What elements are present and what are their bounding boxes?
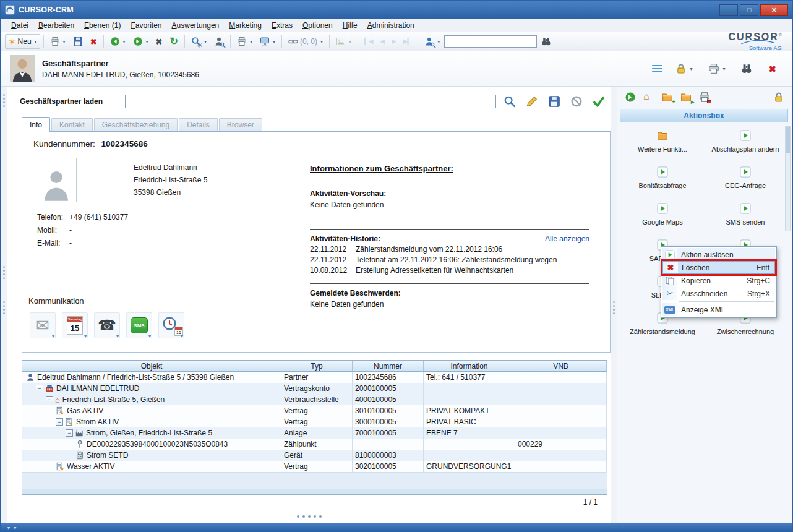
tab-details[interactable]: Details xyxy=(179,118,218,131)
search-load-button[interactable] xyxy=(501,93,518,109)
lock-button[interactable] xyxy=(672,61,695,76)
table-row[interactable]: Wasser AKTIV Vertrag 3020100005 GRUNDVER… xyxy=(22,461,607,472)
menu-item-aktion-ausloesen[interactable]: Aktion auslösen xyxy=(662,248,775,261)
task-button[interactable]: 15 xyxy=(158,312,184,338)
advanced-search-button[interactable] xyxy=(188,34,210,49)
menu-item-anzeige-xml[interactable]: XML Anzeige XML xyxy=(662,303,775,316)
scrollbar-thumb[interactable] xyxy=(786,127,790,153)
cancel-button[interactable] xyxy=(568,93,585,109)
table-row[interactable]: DE000229353984000100023N5035O0843 Zählpu… xyxy=(22,439,607,450)
table-row[interactable]: Strom, Gießen, Friedrich-List-Straße 5 A… xyxy=(22,427,607,439)
sync-button[interactable] xyxy=(625,92,636,103)
image-button[interactable] xyxy=(333,34,354,49)
phone-call-button[interactable]: ☎ xyxy=(94,312,120,338)
person-search-button[interactable] xyxy=(421,34,443,49)
forward-button[interactable] xyxy=(130,34,152,49)
table-row[interactable]: Strom AKTIV Vertrag 3000100005 PRIVAT BA… xyxy=(22,416,607,427)
table-row[interactable]: DAHLMANN EDELTRUD Vertragskonto 20001000… xyxy=(22,383,607,394)
confirm-button[interactable] xyxy=(590,93,607,109)
search-record-button[interactable] xyxy=(738,61,755,76)
print-record-button[interactable] xyxy=(705,61,728,76)
relations-button[interactable]: (0, 0) xyxy=(285,34,326,49)
menu-ebenen[interactable]: Ebenen (1) xyxy=(79,19,126,32)
column-header-information[interactable]: Information xyxy=(424,361,515,371)
first-record-button[interactable]: ▎◀ xyxy=(361,34,375,49)
edit-button[interactable] xyxy=(523,93,541,109)
menu-administration[interactable]: Administration xyxy=(362,19,419,32)
add-folder-button[interactable] xyxy=(662,92,673,103)
splitter-handle[interactable] xyxy=(613,301,615,303)
collapse-chevrons-icon[interactable] xyxy=(7,523,17,531)
monitor-button[interactable] xyxy=(257,34,278,49)
table-row[interactable]: ⌂Friedrich-List-Straße 5, Gießen Verbrau… xyxy=(22,394,607,405)
tab-browser[interactable]: Browser xyxy=(219,118,262,131)
close-record-button[interactable]: ✖ xyxy=(765,61,779,76)
panel-scrollbar[interactable] xyxy=(785,126,791,231)
next-record-button[interactable]: ▶ xyxy=(388,34,399,49)
action-bonitaetsabfrage[interactable]: Bonitätsabfrage xyxy=(621,163,704,198)
delete-button[interactable]: ✖ xyxy=(87,34,100,49)
sms-button[interactable]: SMS xyxy=(126,312,152,338)
action-google-maps[interactable]: Google Maps xyxy=(621,199,704,234)
action-ceg-anfrage[interactable]: CEG-Anfrage xyxy=(704,163,787,198)
save-record-button[interactable] xyxy=(546,93,563,109)
menu-item-kopieren[interactable]: Kopieren Strg+C xyxy=(662,274,775,287)
menu-optionen[interactable]: Optionen xyxy=(298,19,338,32)
panel-lock-button[interactable] xyxy=(773,92,784,103)
run-folder-button[interactable] xyxy=(680,92,692,103)
table-row[interactable]: Edeltrud Dahlmann / Friedrich-List-Straß… xyxy=(22,372,607,383)
menu-favoriten[interactable]: Favoriten xyxy=(126,19,166,32)
bottom-splitter[interactable] xyxy=(7,510,611,523)
email-button[interactable]: ✉ xyxy=(30,312,56,338)
print-button[interactable] xyxy=(47,34,69,49)
new-button[interactable]: ✶ Neu xyxy=(5,34,40,49)
previous-record-button[interactable]: ◀ xyxy=(377,34,387,49)
right-splitter[interactable] xyxy=(611,87,617,523)
fax-button[interactable] xyxy=(234,34,255,49)
table-row[interactable]: Gas AKTIV Vertrag 3010100005 PRIVAT KOMP… xyxy=(22,405,607,416)
close-button[interactable]: ✕ xyxy=(760,4,788,16)
action-weitere-funktionen[interactable]: Weitere Funkti... xyxy=(621,126,704,161)
quick-search-input[interactable] xyxy=(444,35,537,48)
collapse-toggle[interactable] xyxy=(46,396,53,403)
back-button[interactable] xyxy=(107,34,129,49)
horizontal-scrollbar[interactable] xyxy=(22,489,607,494)
menu-datei[interactable]: Datei xyxy=(6,19,33,32)
collapse-toggle[interactable] xyxy=(36,385,43,392)
loader-input[interactable] xyxy=(125,95,496,108)
menu-item-ausschneiden[interactable]: ✂ Ausschneiden Strg+X xyxy=(662,287,775,300)
tab-kontakt[interactable]: Kontakt xyxy=(51,118,93,131)
refresh-button[interactable]: ↻ xyxy=(166,34,181,49)
tab-geschaeftsbeziehung[interactable]: Geschäftsbeziehung xyxy=(94,118,178,131)
last-record-button[interactable]: ▶▎ xyxy=(400,34,414,49)
action-abschlagsplan[interactable]: Abschlagsplan ändern xyxy=(704,126,787,161)
splitter-handle[interactable] xyxy=(3,266,5,268)
menu-auswertungen[interactable]: Auswertungen xyxy=(167,19,225,32)
close-view-button[interactable]: ✖ xyxy=(153,34,166,49)
home-button[interactable]: ⌂ xyxy=(643,92,654,103)
menu-extras[interactable]: Extras xyxy=(267,19,298,32)
action-sms-senden[interactable]: SMS senden xyxy=(704,199,787,234)
find-button[interactable] xyxy=(538,34,554,49)
list-view-button[interactable] xyxy=(652,63,662,74)
collapse-toggle[interactable] xyxy=(66,429,73,437)
column-header-nummer[interactable]: Nummer xyxy=(353,361,424,371)
splitter-handle[interactable] xyxy=(3,94,5,96)
minimize-button[interactable]: – xyxy=(719,4,738,16)
contact-search-button[interactable] xyxy=(211,34,227,49)
drag-handle-icon[interactable] xyxy=(297,515,322,518)
save-button[interactable] xyxy=(70,34,86,49)
menu-bearbeiten[interactable]: Bearbeiten xyxy=(33,19,79,32)
collapse-toggle[interactable] xyxy=(56,418,63,426)
column-header-typ[interactable]: Typ xyxy=(281,361,353,371)
menu-marketing[interactable]: Marketing xyxy=(224,19,267,32)
left-splitter[interactable] xyxy=(1,87,7,523)
menu-hilfe[interactable]: Hilfe xyxy=(338,19,362,32)
splitter-handle[interactable] xyxy=(3,301,5,303)
table-row[interactable]: Strom SETD Gerät 8100000003 xyxy=(22,450,607,461)
tab-info[interactable]: Info xyxy=(22,117,50,132)
menu-item-loeschen[interactable]: ✖ Löschen Entf xyxy=(662,261,775,274)
column-header-objekt[interactable]: Objekt xyxy=(22,361,281,371)
alle-anzeigen-link[interactable]: Alle anzeigen xyxy=(545,234,589,243)
appointment-button[interactable]: Samstag 15 xyxy=(62,312,88,338)
